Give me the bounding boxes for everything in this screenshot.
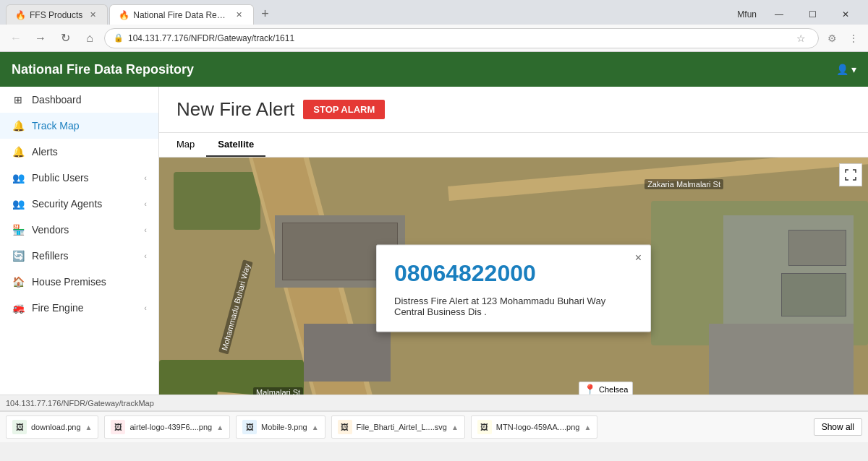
download-icon-4: 🖼 [338,420,352,434]
download-label-2: airtel-logo-439F6....png [129,423,212,431]
building-center-1 [304,324,391,382]
tab-title-2: National Fire Data Repos... [133,10,229,20]
download-chevron-5[interactable]: ▲ [584,423,591,431]
status-text: 104.131.77.176/NFDR/Gateway/trackMap [6,399,154,408]
stop-alarm-button[interactable]: STOP ALARM [303,100,385,119]
download-icon-3: 🖼 [242,420,257,434]
sidebar-item-vendors[interactable]: 🏪 Vendors ‹ [0,217,158,243]
download-bar: 🖼 download.png ▲ 🖼 airtel-logo-439F6....… [0,410,868,442]
tab-ffs-products[interactable]: 🔥 FFS Products ✕ [6,4,108,25]
browser-chrome: 🔥 FFS Products ✕ 🔥 National Fire Data Re… [0,0,868,52]
popup-phone: 08064822000 [394,260,633,287]
sidebar: ⊞ Dashboard 🔔 Track Map 🔔 Alerts 👥 Publi… [0,87,159,395]
vendors-icon: 🏪 [12,224,25,236]
status-bar: 104.131.77.176/NFDR/Gateway/trackMap [0,395,868,410]
chelsea-label: 📍 Chelsea [579,382,633,395]
sidebar-item-label-track-map: Track Map [32,120,147,132]
download-icon-5: 🖼 [477,420,492,434]
address-bar-row: ← → ↻ ⌂ 🔒 104.131.77.176/NFDR/Gateway/tr… [0,25,868,52]
sidebar-item-refillers[interactable]: 🔄 Refillers ‹ [0,243,158,269]
lock-icon: 🔒 [114,33,124,43]
download-item-1[interactable]: 🖼 download.png ▲ [6,415,98,439]
sidebar-item-label-security-agents: Security Agents [32,198,144,210]
home-button[interactable]: ⌂ [80,28,100,48]
main-layout: ⊞ Dashboard 🔔 Track Map 🔔 Alerts 👥 Publi… [0,87,868,395]
tab-nfdr[interactable]: 🔥 National Fire Data Repos... ✕ [109,4,254,25]
sidebar-item-security-agents[interactable]: 👥 Security Agents ‹ [0,191,158,217]
map-container: Map Satellite [159,133,868,395]
public-users-arrow-icon: ‹ [144,173,147,182]
road-label-zakaria: Zakaria Malmalari St [644,179,723,189]
sidebar-item-dashboard[interactable]: ⊞ Dashboard [0,87,158,113]
sidebar-item-track-map[interactable]: 🔔 Track Map [0,113,158,139]
download-item-4[interactable]: 🖼 File_Bharti_Airtel_L....svg ▲ [331,415,465,439]
chelsea-pin-icon: 📍 [584,384,596,395]
user-dropdown-icon: ▾ [851,64,856,75]
app-container: National Fire Data Repository 👤 ▾ ⊞ Dash… [0,52,868,410]
address-input[interactable]: 🔒 104.131.77.176/NFDR/Gateway/track/1611… [104,28,819,48]
close-button[interactable]: ✕ [829,4,862,25]
top-nav: National Fire Data Repository 👤 ▾ [0,52,868,87]
sidebar-item-label-public-users: Public Users [32,172,144,184]
minimize-button[interactable]: — [762,4,796,25]
vendors-arrow-icon: ‹ [144,225,147,234]
show-all-button[interactable]: Show all [814,418,862,436]
extensions-icon[interactable]: ⚙ [823,30,841,47]
reload-button[interactable]: ↻ [55,28,75,48]
download-item-2[interactable]: 🖼 airtel-logo-439F6....png ▲ [104,415,230,439]
sidebar-item-fire-engine[interactable]: 🚒 Fire Engine ‹ [0,295,158,321]
veg-1 [174,172,260,230]
download-label-3: Mobile-9.png [261,423,307,431]
download-item-3[interactable]: 🖼 Mobile-9.png ▲ [236,415,326,439]
track-map-icon: 🔔 [12,120,25,132]
map-tabs: Map Satellite [159,133,868,158]
download-chevron-4[interactable]: ▲ [451,423,459,431]
alerts-icon: 🔔 [12,146,25,158]
download-label-1: download.png [31,423,81,431]
house-premises-icon: 🏠 [12,276,25,288]
building-right-inner [788,230,846,266]
public-users-icon: 👥 [12,172,25,184]
dashboard-icon: ⊞ [12,94,25,105]
tab-icon-1: 🔥 [15,10,25,20]
tab-close-1[interactable]: ✕ [87,9,98,21]
map-view[interactable]: Mohammadu Buhari Way Zakaria Malmalari S… [159,158,868,395]
tab-title-1: FFS Products [30,10,82,20]
user-avatar-icon: 👤 [836,64,848,75]
fullscreen-icon [845,169,856,181]
forward-button[interactable]: → [30,28,51,48]
download-label-4: File_Bharti_Airtel_L....svg [357,423,447,431]
download-chevron-1[interactable]: ▲ [85,423,93,431]
sidebar-item-public-users[interactable]: 👥 Public Users ‹ [0,165,158,191]
new-tab-button[interactable]: + [255,4,275,25]
popup-close-button[interactable]: × [635,251,642,264]
download-chevron-3[interactable]: ▲ [312,423,319,431]
road-label-malmalari: Malmalari St [253,387,303,395]
refillers-icon: 🔄 [12,250,25,262]
menu-icon[interactable]: ⋮ [845,30,862,47]
content-header: New Fire Alert STOP ALARM [159,87,868,133]
download-item-5[interactable]: 🖼 MTN-logo-459AA....png ▲ [471,415,597,439]
tab-close-2[interactable]: ✕ [233,9,244,21]
download-icon-2: 🖼 [111,420,125,434]
sidebar-item-label-dashboard: Dashboard [32,94,147,105]
user-menu-button[interactable]: 👤 ▾ [836,64,856,75]
fullscreen-button[interactable] [839,163,862,186]
sidebar-item-label-fire-engine: Fire Engine [32,302,144,314]
maximize-button[interactable]: ☐ [796,4,829,25]
map-popup: × 08064822000 Distress Fire Alert at 123… [376,245,651,332]
bookmark-icon[interactable]: ☆ [792,30,809,47]
tab-map[interactable]: Map [165,133,206,157]
sidebar-item-label-refillers: Refillers [32,250,144,262]
tab-satellite[interactable]: Satellite [206,133,265,157]
download-icon-1: 🖼 [12,420,27,434]
sidebar-item-house-premises[interactable]: 🏠 House Premises [0,269,158,295]
back-button[interactable]: ← [6,28,26,48]
sidebar-item-label-vendors: Vendors [32,224,144,236]
sidebar-item-alerts[interactable]: 🔔 Alerts [0,139,158,165]
sidebar-item-label-alerts: Alerts [32,146,147,158]
download-chevron-2[interactable]: ▲ [216,423,224,431]
security-agents-arrow-icon: ‹ [144,199,147,208]
window-controls: Mfun — ☐ ✕ [737,4,868,25]
sidebar-item-label-house-premises: House Premises [32,276,147,288]
